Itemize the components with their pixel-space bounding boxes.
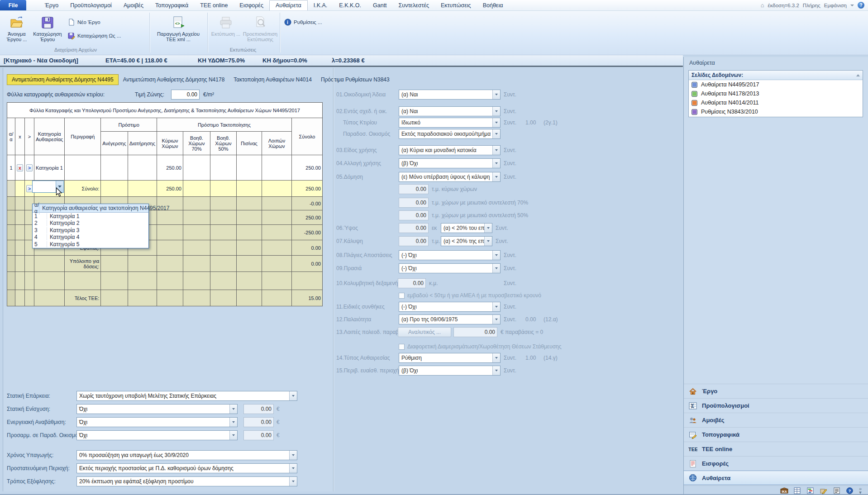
chevron-down-icon[interactable]: [229, 418, 237, 427]
field-11-combo[interactable]: (-) Όχι: [399, 302, 501, 312]
field-02-combo[interactable]: (α) Ναι: [399, 106, 501, 116]
nav-item-ergo[interactable]: Έργο: [684, 384, 868, 398]
nav-item-topografika[interactable]: Τοπογραφικά: [684, 427, 868, 442]
static-adequacy-combo[interactable]: Χωρίς ταυτόχρονη υποβολή Μελέτης Στατική…: [76, 391, 297, 401]
page-item-n3843[interactable]: Ρυθμίσεις Ν3843/2010: [689, 107, 863, 116]
chevron-down-icon[interactable]: [492, 366, 500, 375]
chevron-down-icon[interactable]: [492, 90, 500, 99]
zone-price-input[interactable]: [171, 90, 200, 100]
popup-item-5[interactable]: 5 Κατηγορία 5: [33, 241, 148, 248]
pool-cell[interactable]: [236, 155, 262, 181]
menu-item-topografika[interactable]: Τοπογραφικά: [149, 0, 194, 10]
chevron-down-icon[interactable]: [229, 431, 237, 440]
pool-exception-checkbox[interactable]: [399, 293, 405, 299]
chevron-down-icon[interactable]: [492, 159, 500, 168]
delete-row-button[interactable]: x: [17, 164, 23, 171]
field-08-combo[interactable]: (-) Όχι: [399, 250, 501, 260]
open-project-button[interactable]: Άνοιγμα Έργου ...: [2, 14, 32, 46]
chevron-down-icon[interactable]: [289, 464, 297, 473]
payment-method-combo[interactable]: 20% έκπτωση για εφάπαξ εξόφληση προστίμο…: [76, 476, 297, 486]
field-01-combo[interactable]: (α) Ναι: [399, 90, 501, 100]
building-type-combo[interactable]: Ιδιωτικό: [399, 118, 501, 128]
static-reinforcement-combo[interactable]: Όχι: [76, 404, 238, 414]
field-14-combo[interactable]: Ρύθμιση: [399, 353, 501, 363]
register-project-button[interactable]: Καταχώρηση Έργου: [33, 14, 62, 46]
nav-item-amoibes[interactable]: Αμοιβές: [684, 413, 868, 427]
chevron-down-icon[interactable]: [492, 118, 500, 127]
other-spaces-cell[interactable]: [262, 155, 291, 181]
menu-item-gantt[interactable]: Gantt: [367, 0, 393, 10]
chevron-down-icon[interactable]: [492, 251, 500, 260]
register-as-button[interactable]: Καταχώρηση Ως ...: [68, 31, 121, 41]
chevron-down-icon[interactable]: [492, 302, 500, 311]
chevron-down-icon[interactable]: [229, 405, 237, 414]
field-04-combo[interactable]: (β) Όχι: [399, 158, 501, 168]
page-item-n4014[interactable]: Αυθαίρετα Ν4014/2011: [689, 98, 863, 107]
protected-area-combo[interactable]: Εκτός περιοχής προστασίας με Π.Δ. καθορι…: [76, 463, 297, 473]
field-15-combo[interactable]: (β) Όχι: [399, 366, 501, 376]
menu-item-boitheia[interactable]: Βοήθεια: [477, 0, 509, 10]
nav-item-tee-online[interactable]: TEE ΤΕΕ online: [684, 442, 868, 456]
different-partition-checkbox[interactable]: [399, 344, 405, 350]
chevron-down-icon[interactable]: [492, 353, 500, 362]
popup-item-1[interactable]: 1 Κατηγορία 1: [33, 213, 148, 220]
more-options-icon[interactable]: »▾: [859, 487, 862, 494]
chevron-down-icon[interactable]: [289, 451, 297, 460]
ika-icon[interactable]: IKA: [780, 487, 788, 494]
popup-item-3[interactable]: 3 Κατηγορία 3: [33, 227, 148, 234]
nav-item-eisfores[interactable]: Εισφορές: [684, 456, 868, 471]
edit-hand-icon[interactable]: [820, 487, 828, 494]
select-row-button[interactable]: >: [26, 164, 33, 171]
erection-cell[interactable]: [101, 155, 128, 181]
category-cell[interactable]: Κατηγορία 1: [34, 155, 65, 181]
popup-item-4[interactable]: 4 Κατηγορία 4: [33, 234, 148, 241]
chevron-down-icon[interactable]: [492, 146, 500, 155]
chevron-down-icon[interactable]: [850, 5, 854, 6]
analytic-button[interactable]: Αναλυτικός ...: [398, 327, 451, 337]
coverage-exceedance-combo[interactable]: (α) < 20% της επι: [441, 236, 492, 246]
chevron-down-icon[interactable]: [492, 107, 500, 116]
select-row-button[interactable]: >: [26, 185, 33, 192]
menu-item-ika[interactable]: Ι.Κ.Α.: [308, 0, 334, 10]
page-item-n4178[interactable]: Αυθαίρετα Ν4178/2013: [689, 89, 863, 98]
menu-item-proypologismoi[interactable]: Προϋπολογισμοί: [64, 0, 118, 10]
energy-upgrade-combo[interactable]: Όχι: [76, 417, 238, 427]
produce-xml-button[interactable]: <> Παραγωγή Αρχείου ΤΕΕ xml ...: [153, 14, 204, 46]
field-05-combo[interactable]: (ε) Μόνο υπέρβαση ύψους ή κάλυψη: [399, 172, 501, 182]
field-03-combo[interactable]: (α) Κύρια και μοναδική κατοικία: [399, 145, 501, 155]
list-report-icon[interactable]: [833, 487, 841, 494]
gantt-icon[interactable]: [806, 487, 815, 494]
menu-item-tee-online[interactable]: ΤΕΕ online: [194, 0, 234, 10]
menu-item-ergo[interactable]: Έργο: [39, 0, 64, 10]
help-icon[interactable]: ?: [846, 487, 854, 494]
trad-settlement-adapt-combo[interactable]: Όχι: [76, 430, 238, 440]
aux50-cell[interactable]: [210, 155, 236, 181]
chevron-down-icon[interactable]: [484, 224, 492, 233]
traditional-settlement-combo[interactable]: Εκτός παραδοσιακού οικισμού/τμήμα: [399, 129, 501, 139]
field-12-combo[interactable]: (α) Προ της 09/06/1975: [399, 314, 501, 324]
height-exceedance-combo[interactable]: (α) < 20% του επι: [441, 223, 492, 233]
tab-n4495[interactable]: Αντιμετώπιση Αυθαίρετης Δόμησης Ν4495: [7, 74, 119, 85]
preservation-cell[interactable]: [128, 155, 157, 181]
tab-n4014[interactable]: Τακτοποίηση Αυθαιρέτων Ν4014: [229, 75, 316, 85]
chevron-up-icon[interactable]: [856, 74, 860, 76]
popup-item-2[interactable]: 2 Κατηγορία 2: [33, 220, 148, 227]
chevron-down-icon[interactable]: [492, 264, 500, 273]
chevron-down-icon[interactable]: [484, 237, 492, 246]
chevron-down-icon[interactable]: [289, 477, 297, 486]
main-spaces-cell[interactable]: 250.00: [157, 155, 183, 181]
help-icon[interactable]: ?: [858, 2, 864, 9]
table-icon[interactable]: [793, 487, 801, 494]
file-menu-button[interactable]: File: [0, 0, 26, 10]
field-09-combo[interactable]: (-) Όχι: [399, 263, 501, 273]
description-cell[interactable]: [65, 155, 101, 181]
page-item-n4495[interactable]: Αυθαίρετα Ν4495/2017: [689, 80, 863, 89]
menu-item-syntelestes[interactable]: Συντελεστές: [393, 0, 435, 10]
menu-item-eisfores[interactable]: Εισφορές: [234, 0, 269, 10]
menu-item-ektyposeis[interactable]: Εκτυπώσεις: [435, 0, 477, 10]
menu-item-authaireta[interactable]: Αυθαίρετα: [269, 0, 308, 10]
inclusion-time-combo[interactable]: 0% προσαύξηση για υπαγωγή έως 30/9/2020: [76, 450, 297, 460]
tab-n4178[interactable]: Αντιμετώπιση Αυθαίρετης Δόμησης Ν4178: [119, 75, 229, 85]
display-menu[interactable]: Εμφάνιση: [824, 3, 847, 8]
nav-item-proypologismoi[interactable]: Σ Προϋπολογισμοί: [684, 398, 868, 413]
